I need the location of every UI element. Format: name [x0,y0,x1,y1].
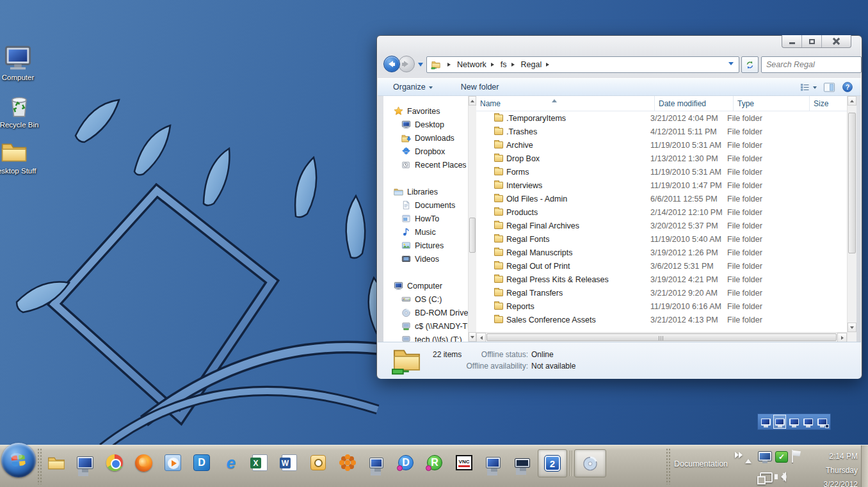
switcher-desktop-3[interactable] [787,415,800,429]
scroll-up-button[interactable] [848,96,856,106]
taskbar-monitor-dark-icon[interactable] [513,453,532,472]
tray-network-icon[interactable] [760,472,773,483]
maximize-button[interactable] [802,35,822,47]
address-bar[interactable]: Network fs Regal [426,56,739,73]
switcher-desktop-4[interactable] [802,415,815,429]
breadcrumb-fs[interactable]: fs [501,60,507,69]
scrollbar-thumb[interactable] [848,113,856,253]
file-row[interactable]: Regal Fonts11/19/2010 5:40 AMFile folder [476,232,847,246]
sidebar-item-recent-places[interactable]: Recent Places [383,158,468,172]
switcher-add-desktop[interactable] [816,415,829,429]
documentation-toolbar[interactable]: Documentation [674,459,728,468]
taskbar-picasa-icon[interactable] [338,453,357,472]
desktop-icon-computer[interactable]: Computer [0,42,47,81]
desktop-icon-recycle-bin[interactable]: Recycle Bin [0,91,49,129]
show-desktop-button[interactable] [861,445,868,487]
sidebar-item-desktop[interactable]: Desktop [383,118,468,131]
switcher-desktop-2-active[interactable] [773,415,786,429]
address-dropdown-icon[interactable] [728,62,734,68]
sidebar-scrollbar[interactable] [468,96,476,342]
scroll-down-button[interactable] [848,323,856,332]
taskbar-chrome-icon[interactable] [105,453,124,472]
column-header-date[interactable]: Date modified [655,96,734,111]
taskbar-explorer-icon[interactable] [47,453,66,472]
taskbar-vnc-icon[interactable]: VNC [454,453,474,472]
sidebar-item-downloads[interactable]: Downloads [383,131,468,145]
tray-sync-icon[interactable]: ✓ [775,451,788,463]
tray-display-icon[interactable] [758,451,772,461]
sidebar-section-favorites[interactable]: Favorites [383,104,468,118]
recent-pages-dropdown[interactable] [418,63,423,69]
sidebar-item-videos[interactable]: Videos [383,252,468,266]
taskbar-d-circle-icon[interactable]: D [396,453,415,472]
back-button[interactable] [383,56,400,72]
taskbar-disc-app-button[interactable] [574,449,606,477]
sidebar-item-music[interactable]: Music [383,225,468,239]
file-row[interactable]: Regal Press Kits & Releases3/19/2012 4:2… [476,273,847,286]
file-row[interactable]: Regal Transfers3/21/2012 9:20 AMFile fol… [476,286,847,299]
horizontal-scrollbar[interactable] [476,332,847,342]
close-button[interactable] [822,35,851,47]
taskbar-word-icon[interactable]: W [280,453,299,472]
file-row[interactable]: Old Files - Admin6/6/2011 12:55 PMFile f… [476,192,847,205]
file-row[interactable]: Drop Box1/13/2012 1:30 PMFile folder [476,152,847,165]
taskbar-app2-button[interactable]: 2 [538,449,567,477]
sidebar-item-dropbox[interactable]: Dropbox [383,145,468,158]
scrollbar-thumb[interactable] [486,333,837,341]
breadcrumb-regal[interactable]: Regal [521,60,542,69]
taskbar-ie-icon[interactable]: e [221,453,241,472]
sidebar-section-libraries[interactable]: Libraries [383,185,468,198]
file-row[interactable]: .TemporaryItems3/21/2012 4:04 PMFile fol… [476,111,847,125]
action-center-button[interactable] [791,450,801,463]
taskbar-r-circle-icon[interactable]: R [425,453,444,472]
sidebar-item-tech-t[interactable]: tech (\\fs) (T:) [383,333,468,342]
scroll-down-button[interactable] [469,332,476,342]
sidebar-item-bdrom[interactable]: BD-ROM Drive ( [383,306,468,319]
new-folder-button[interactable]: New folder [456,79,504,95]
file-row[interactable]: Regal Final Archives3/20/2012 5:37 PMFil… [476,219,847,232]
taskbar-display-icon[interactable] [76,453,95,472]
search-input[interactable] [762,60,868,69]
taskbar-excel-icon[interactable]: X [250,453,269,472]
taskbar-media-player-icon[interactable] [163,453,182,472]
breadcrumb-network[interactable]: Network [457,60,486,69]
desktop-icon-desktop-stuff[interactable]: Desktop Stuff [0,138,44,175]
taskbar-network-computer-icon[interactable] [483,453,502,472]
organize-button[interactable]: Organize [388,79,438,95]
file-row[interactable]: Regal Manuscripts3/19/2012 1:26 PMFile f… [476,246,847,259]
forward-button[interactable] [398,56,415,72]
sidebar-item-documents[interactable]: Documents [383,198,468,212]
sidebar-item-os-c[interactable]: OS (C:) [383,292,468,306]
change-view-button[interactable] [800,83,817,92]
scroll-up-button[interactable] [469,96,476,106]
file-row[interactable]: Forms11/19/2010 5:31 AMFile folder [476,165,847,179]
column-header-type[interactable]: Type [734,96,810,111]
scroll-left-button[interactable] [476,333,486,342]
sidebar-item-pictures[interactable]: Pictures [383,239,468,252]
file-row[interactable]: Sales Conference Assets3/21/2012 4:13 PM… [476,313,847,326]
refresh-button[interactable] [741,56,759,73]
tray-volume-icon[interactable] [775,471,787,483]
minimize-button[interactable] [782,35,802,47]
sidebar-item-c-share[interactable]: c$ (\\RANDY-TU [383,319,468,333]
file-row[interactable]: .Trashes4/12/2011 5:11 PMFile folder [476,125,847,138]
start-button[interactable] [1,443,36,477]
help-button[interactable] [842,81,853,93]
file-row[interactable]: Interviews11/19/2010 1:47 PMFile folder [476,179,847,192]
file-row[interactable]: Regal Out of Print3/6/2012 5:31 PMFile f… [476,259,847,273]
toolbar-overflow-chevron-icon[interactable] [735,452,741,458]
sidebar-item-howto[interactable]: HowTo [383,212,468,225]
file-row[interactable]: Reports11/19/2010 6:16 AMFile folder [476,299,847,313]
taskbar-clock[interactable]: 2:14 PM Thursday 3/22/2012 [801,449,858,487]
column-header-name[interactable]: Name [476,96,655,111]
taskbar-firefox-icon[interactable] [134,453,153,472]
file-row[interactable]: Products2/14/2012 12:10 PMFile folder [476,205,847,219]
scroll-right-button[interactable] [837,333,847,342]
list-scrollbar[interactable] [847,96,856,342]
taskbar-d-app-icon[interactable]: D [192,453,211,472]
column-header-size[interactable]: Size [810,96,847,111]
preview-pane-button[interactable] [823,81,835,93]
scrollbar-thumb[interactable] [469,218,476,253]
show-hidden-icons-button[interactable] [745,456,751,463]
taskbar-remote-desktop-icon[interactable] [367,453,386,472]
